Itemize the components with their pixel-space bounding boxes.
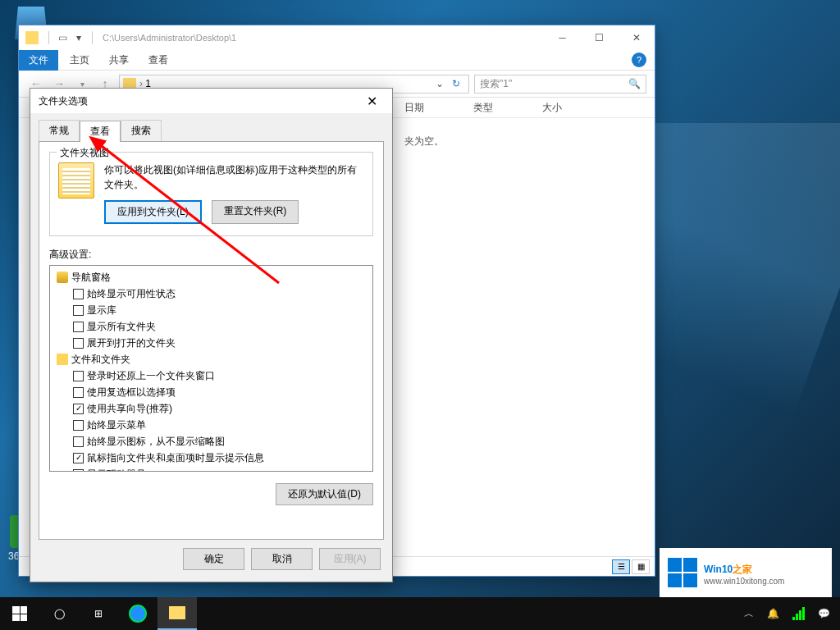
checkbox[interactable] — [73, 469, 84, 472]
tree-item[interactable]: 导航窗格 — [52, 269, 371, 285]
restore-defaults-button[interactable]: 还原为默认值(D) — [276, 483, 373, 505]
tree-item[interactable]: 文件和文件夹 — [52, 351, 371, 368]
start-button[interactable] — [0, 597, 39, 630]
tray-meter[interactable] — [786, 597, 811, 630]
search-icon[interactable]: 🔍 — [628, 78, 641, 89]
search-input[interactable]: 搜索"1" 🔍 — [474, 75, 646, 94]
ribbon-tab-view[interactable]: 查看 — [139, 50, 178, 71]
tree-label: 导航窗格 — [71, 269, 111, 285]
checkbox[interactable] — [73, 289, 84, 299]
site-logo: Win10之家 www.win10xitong.com — [660, 548, 832, 597]
tree-label: 显示所有文件夹 — [87, 318, 156, 335]
fold-icon — [57, 354, 68, 365]
ok-button[interactable]: 确定 — [183, 548, 244, 570]
apply-to-folders-button[interactable]: 应用到文件夹(L) — [104, 200, 202, 224]
window-title: C:\Users\Administrator\Desktop\1 — [103, 33, 544, 43]
dialog-title: 文件夹选项 — [39, 94, 88, 108]
checkbox[interactable] — [73, 371, 84, 381]
tree-item[interactable]: 始终显示可用性状态 — [52, 285, 371, 302]
action-center-icon[interactable]: 💬 — [811, 597, 837, 630]
tree-label: 始终显示菜单 — [87, 417, 146, 433]
col-size[interactable]: 大小 — [542, 101, 562, 115]
edge-icon[interactable] — [118, 597, 158, 630]
cancel-button[interactable]: 取消 — [251, 548, 313, 570]
apply-button[interactable]: 应用(A) — [319, 548, 381, 570]
view-large-icon[interactable]: ▦ — [632, 559, 650, 574]
maximize-button[interactable]: ☐ — [581, 25, 618, 50]
tree-label: 展开到打开的文件夹 — [87, 335, 176, 351]
col-date[interactable]: 日期 — [404, 101, 424, 115]
checkbox[interactable] — [73, 420, 84, 431]
ribbon: 文件 主页 共享 查看 ? — [19, 50, 655, 71]
checkbox[interactable] — [73, 436, 84, 447]
ribbon-tab-share[interactable]: 共享 — [99, 50, 139, 71]
help-icon[interactable]: ? — [632, 52, 646, 67]
col-type[interactable]: 类型 — [473, 101, 493, 115]
reset-folders-button[interactable]: 重置文件夹(R) — [212, 200, 299, 224]
minimize-button[interactable]: ─ — [544, 25, 581, 50]
tree-item[interactable]: 始终显示菜单 — [52, 417, 371, 433]
qat-properties-icon[interactable]: ▭ — [57, 32, 68, 43]
dialog-tabs: 常规 查看 搜索 — [30, 113, 392, 141]
tab-search[interactable]: 搜索 — [121, 120, 162, 141]
nav-icon — [57, 272, 68, 283]
group-legend: 文件夹视图 — [57, 146, 112, 160]
windows-logo-icon — [668, 558, 697, 587]
tree-label: 鼠标指向文件夹和桌面项时显示提示信息 — [87, 450, 264, 466]
tab-view[interactable]: 查看 — [80, 121, 121, 142]
tray-chevron-icon[interactable]: ︿ — [737, 597, 760, 630]
cortana-icon[interactable]: ◯ — [39, 597, 79, 630]
folder-views-group: 文件夹视图 你可以将此视图(如详细信息或图标)应用于这种类型的所有文件夹。 应用… — [49, 152, 373, 236]
tree-label: 始终显示图标，从不显示缩略图 — [87, 433, 225, 450]
tree-label: 登录时还原上一个文件夹窗口 — [87, 368, 215, 384]
ribbon-tab-file[interactable]: 文件 — [19, 50, 58, 71]
explorer-taskbar-icon[interactable] — [158, 597, 197, 630]
taskbar[interactable]: ◯ ⊞ ︿ 🔔 💬 — [0, 597, 840, 630]
tree-label: 始终显示可用性状态 — [87, 285, 176, 302]
tree-item[interactable]: 登录时还原上一个文件夹窗口 — [52, 368, 371, 384]
folder-icon — [25, 31, 39, 44]
checkbox[interactable] — [73, 387, 84, 398]
ribbon-tab-home[interactable]: 主页 — [60, 50, 99, 71]
tree-item[interactable]: 鼠标指向文件夹和桌面项时显示提示信息 — [52, 450, 371, 466]
tree-label: 文件和文件夹 — [71, 351, 130, 368]
checkbox[interactable] — [73, 404, 84, 414]
checkbox[interactable] — [73, 322, 84, 332]
tree-label: 显示库 — [87, 302, 116, 318]
tree-item[interactable]: 始终显示图标，从不显示缩略图 — [52, 433, 371, 450]
dialog-titlebar[interactable]: 文件夹选项 ✕ — [30, 89, 392, 113]
tray-notification-icon[interactable]: 🔔 — [760, 597, 786, 630]
tree-item[interactable]: 显示所有文件夹 — [52, 318, 371, 335]
tree-item[interactable]: 显示驱动器号 — [52, 466, 371, 472]
group-description: 你可以将此视图(如详细信息或图标)应用于这种类型的所有文件夹。 — [104, 162, 364, 192]
folder-large-icon — [58, 162, 94, 199]
qat-new-icon[interactable]: ▾ — [73, 32, 84, 43]
taskview-icon[interactable]: ⊞ — [79, 597, 118, 630]
checkbox[interactable] — [73, 453, 84, 463]
advanced-settings-tree[interactable]: 导航窗格始终显示可用性状态显示库显示所有文件夹展开到打开的文件夹文件和文件夹登录… — [49, 265, 373, 472]
tree-label: 使用共享向导(推荐) — [87, 400, 172, 417]
checkbox[interactable] — [73, 305, 84, 316]
tree-label: 显示驱动器号 — [87, 466, 146, 472]
refresh-icon[interactable]: ↻ — [447, 78, 465, 89]
tab-general[interactable]: 常规 — [39, 120, 80, 141]
tree-item[interactable]: 使用共享向导(推荐) — [52, 400, 371, 417]
addr-dropdown-icon[interactable]: ⌄ — [432, 78, 447, 89]
tree-item[interactable]: 展开到打开的文件夹 — [52, 335, 371, 351]
tree-label: 使用复选框以选择项 — [87, 384, 176, 400]
tree-item[interactable]: 显示库 — [52, 302, 371, 318]
view-details-icon[interactable]: ☰ — [612, 559, 630, 574]
explorer-titlebar[interactable]: ▭ ▾ C:\Users\Administrator\Desktop\1 ─ ☐… — [19, 25, 655, 50]
advanced-label: 高级设置: — [49, 248, 373, 262]
dialog-close-button[interactable]: ✕ — [359, 89, 384, 113]
checkbox[interactable] — [73, 338, 84, 349]
tree-item[interactable]: 使用复选框以选择项 — [52, 384, 371, 400]
close-button[interactable]: ✕ — [618, 25, 655, 50]
folder-options-dialog: 文件夹选项 ✕ 常规 查看 搜索 文件夹视图 你可以将此视图(如详细信息或图标)… — [30, 88, 393, 582]
